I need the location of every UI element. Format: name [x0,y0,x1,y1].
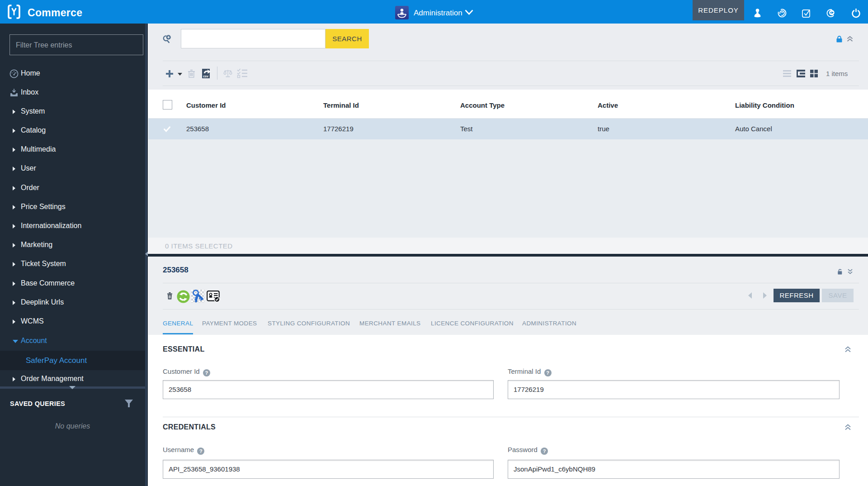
svg-text:csv: csv [203,75,208,78]
